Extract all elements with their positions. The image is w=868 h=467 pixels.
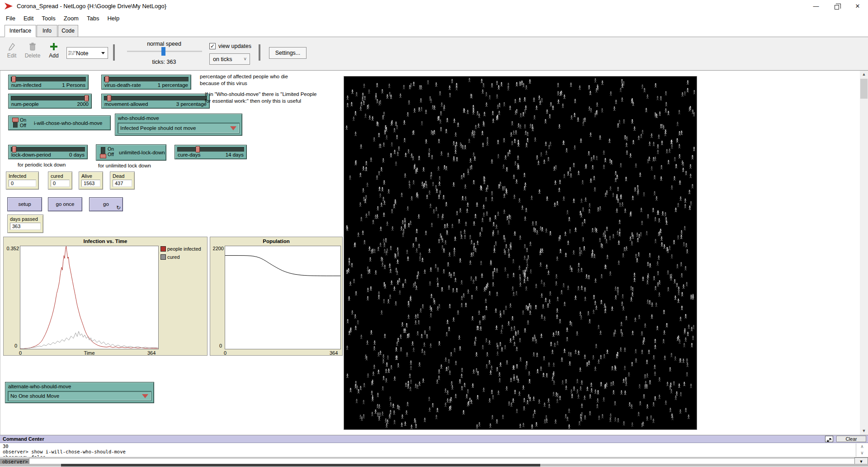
command-output[interactable]: 30 observer> show i-will-chose-who-shoul… (0, 443, 856, 457)
forever-icon: ↻ (116, 205, 121, 210)
scrollbar-thumb[interactable] (860, 79, 868, 99)
pencil-icon (8, 43, 15, 51)
window-title: Corona_Spread - NetLogo {H:\Google Drive… (17, 3, 166, 10)
interface-toolbar: Edit Delete Add Abc def ghi jkl Note nor… (0, 37, 868, 71)
switch-handle[interactable] (100, 154, 106, 158)
note-movement: If in "Who-should-move" there is "Limite… (205, 91, 316, 105)
go-button[interactable]: go ↻ (89, 197, 123, 211)
chooser-who-should-move[interactable]: who-should-move Infected People should n… (115, 114, 242, 136)
slider-num-infected[interactable]: num-infected1 Persons (8, 75, 89, 90)
scroll-down-arrow[interactable]: ∨ (857, 450, 867, 456)
scroll-up-arrow[interactable]: ▲ (860, 71, 868, 78)
slider-cure-days[interactable]: cure-days14 days (175, 145, 247, 159)
slider-handle[interactable] (12, 76, 16, 82)
slider-value: 1 percentage (158, 82, 188, 88)
scrollbar-thumb[interactable] (61, 464, 540, 467)
horizontal-scrollbar[interactable] (0, 464, 868, 467)
update-mode-value: on ticks (213, 56, 232, 62)
command-center-header: Command Center Clear (0, 435, 868, 443)
menu-tools[interactable]: Tools (38, 14, 59, 23)
monitor-infected: Infected 0 (6, 172, 39, 190)
switch-handle[interactable] (12, 118, 19, 122)
toolbar-separator (259, 44, 260, 61)
canvas-vertical-scrollbar[interactable]: ▲ ▼ (860, 71, 868, 435)
slider-track[interactable] (104, 77, 189, 81)
edit-widget-button[interactable]: Edit (2, 43, 22, 59)
slider-lock-down-period[interactable]: lock-down-period0 days (8, 145, 88, 159)
switch-off-label: Off (20, 123, 26, 128)
chooser-value-box[interactable]: No One should Move (8, 391, 151, 401)
switch-i-will-chose-who-should-move[interactable]: OnOff i-will-chose-who-should-move (8, 115, 111, 130)
tab-code[interactable]: Code (58, 25, 78, 37)
slider-track[interactable] (177, 147, 244, 152)
scroll-down-arrow[interactable]: ▼ (860, 427, 868, 435)
command-center-title: Command Center (3, 436, 44, 442)
slider-virus-death-rate[interactable]: virus-death-rate1 percentage (101, 75, 191, 90)
scroll-up-arrow[interactable]: ∧ (857, 443, 867, 450)
plot-population: Population 2200 0 0 364 (210, 237, 343, 356)
slider-track[interactable] (11, 96, 89, 100)
minimize-button[interactable]: — (806, 0, 826, 13)
setup-button[interactable]: setup (7, 197, 42, 211)
speed-slider-thumb[interactable] (161, 47, 165, 56)
switch-track[interactable] (13, 118, 18, 128)
menu-file[interactable]: File (2, 14, 19, 23)
menu-zoom[interactable]: Zoom (60, 14, 83, 23)
dropdown-triangle-icon (142, 394, 148, 398)
view-updates-checkbox[interactable]: ✓ (209, 43, 216, 49)
close-button[interactable]: ✕ (847, 0, 868, 13)
chooser-value-box[interactable]: Infected People should not move (118, 123, 240, 133)
dropdown-triangle-icon (230, 126, 236, 130)
speed-slider[interactable] (127, 51, 202, 52)
chooser-alternate-who-should-move[interactable]: alternate-who-should-move No One should … (5, 382, 154, 403)
slider-movement-allowed[interactable]: movement-allowed3 percentage (101, 94, 210, 109)
delete-widget-button[interactable]: Delete (23, 43, 42, 59)
tab-info[interactable]: Info (37, 25, 57, 37)
tab-interface[interactable]: Interface (5, 25, 36, 37)
update-mode-dropdown[interactable]: on ticks ˅ (209, 53, 250, 65)
switch-on-label: On (108, 146, 114, 152)
slider-handle[interactable] (196, 146, 200, 152)
menu-tabs[interactable]: Tabs (83, 14, 103, 23)
slider-value: 14 days (226, 152, 244, 157)
restore-icon (835, 5, 839, 10)
widget-type-dropdown[interactable]: Abc def ghi jkl Note (66, 47, 108, 59)
monitor-value: 0 (51, 180, 70, 187)
chooser-label: alternate-who-should-move (8, 384, 71, 389)
slider-track[interactable] (11, 147, 85, 152)
monitor-days-passed: days passed 363 (7, 214, 43, 233)
slider-track[interactable] (104, 96, 207, 100)
go-once-button[interactable]: go once (48, 197, 82, 211)
legend-swatch-gray (160, 254, 166, 260)
tab-bar: Interface Info Code (0, 24, 868, 37)
slider-handle[interactable] (107, 95, 111, 101)
slider-track[interactable] (11, 77, 86, 81)
switch-track[interactable] (101, 147, 105, 158)
slider-handle[interactable] (85, 95, 89, 101)
slider-label: num-infected (11, 82, 41, 88)
add-widget-button[interactable]: Add (44, 43, 64, 59)
output-line: 30 (0, 443, 856, 449)
slider-num-people[interactable]: num-people2000 (8, 94, 92, 109)
interface-canvas: num-infected1 Persons virus-death-rate1 … (0, 71, 868, 435)
settings-button[interactable]: Settings... (269, 47, 307, 59)
world-view[interactable] (344, 76, 697, 430)
view-updates-control[interactable]: ✓ view updates (209, 43, 251, 49)
expand-command-center-button[interactable] (825, 436, 833, 442)
slider-handle[interactable] (105, 76, 109, 82)
slider-handle[interactable] (12, 146, 16, 152)
command-center: Command Center Clear 30 observer> show i… (0, 435, 868, 467)
restore-button[interactable] (826, 0, 847, 13)
menu-bar: File Edit Tools Zoom Tabs Help (0, 13, 868, 24)
menu-edit[interactable]: Edit (19, 14, 38, 23)
chevron-down-icon (101, 52, 105, 54)
menu-help[interactable]: Help (103, 14, 123, 23)
switch-off-label: Off (108, 152, 114, 157)
clear-button[interactable]: Clear (836, 436, 866, 442)
chevron-down-icon: ˅ (244, 57, 246, 62)
plus-icon (50, 43, 58, 51)
slider-value: 1 Persons (62, 82, 85, 88)
command-output-scrollbar[interactable]: ∧ ∨ (857, 443, 867, 457)
switch-unlimited-lock-down[interactable]: OnOff unlimited-lock-down (96, 144, 166, 161)
view-updates-label: view updates (218, 43, 251, 49)
